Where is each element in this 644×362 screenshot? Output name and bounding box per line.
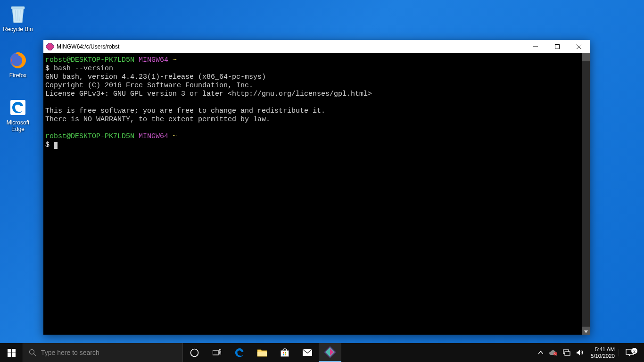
svg-rect-22	[285, 352, 286, 354]
tray-clock[interactable]: 5:41 AM 5/10/2020	[587, 346, 619, 360]
window-controls	[525, 40, 590, 53]
tray-overflow[interactable]	[536, 343, 546, 362]
svg-line-14	[34, 354, 36, 356]
terminal-output: robst@DESKTOP-PK7LD5N MINGW64 ~ $ bash -…	[43, 53, 590, 152]
tray-onedrive[interactable]	[546, 343, 560, 362]
desktop-icon-label: Firefox	[0, 73, 36, 79]
svg-rect-16	[213, 350, 218, 355]
cortana-button[interactable]	[183, 343, 206, 362]
desktop-icon-label: Microsoft Edge	[0, 120, 36, 133]
svg-rect-9	[8, 349, 11, 353]
mail-icon	[302, 349, 313, 356]
firefox-icon	[7, 49, 29, 72]
svg-point-13	[30, 350, 34, 354]
desktop-icon-label: Recycle Bin	[0, 26, 36, 33]
window-title: MINGW64:/c/Users/robst	[57, 43, 525, 50]
start-button[interactable]	[0, 343, 23, 362]
speaker-icon	[576, 349, 584, 356]
svg-rect-6	[555, 45, 560, 49]
close-button[interactable]	[568, 40, 590, 53]
folder-icon	[257, 348, 267, 357]
search-icon	[29, 349, 36, 356]
svg-rect-0	[11, 7, 25, 9]
search-placeholder: Type here to search	[41, 349, 99, 356]
task-view-icon	[213, 349, 221, 356]
svg-rect-12	[12, 353, 16, 357]
svg-rect-24	[285, 354, 286, 355]
scrollbar[interactable]	[582, 53, 590, 335]
system-tray: 5:41 AM 5/10/2020 2	[535, 343, 644, 362]
taskbar-git-bash[interactable]	[319, 343, 341, 362]
search-box[interactable]: Type here to search	[23, 343, 183, 362]
git-bash-icon	[324, 346, 336, 358]
network-icon	[563, 349, 570, 356]
edge-icon	[233, 346, 246, 359]
svg-rect-19	[257, 352, 267, 356]
recycle-bin-icon	[7, 3, 29, 25]
svg-rect-3	[46, 43, 54, 50]
taskbar-spacer	[341, 343, 535, 362]
taskbar-file-explorer[interactable]	[251, 343, 273, 362]
svg-rect-31	[565, 352, 570, 355]
terminal-body[interactable]: robst@DESKTOP-PK7LD5N MINGW64 ~ $ bash -…	[43, 53, 590, 335]
svg-rect-11	[8, 353, 11, 357]
terminal-window: MINGW64:/c/Users/robst robst@DESKTOP-PK7…	[43, 40, 590, 335]
desktop-icon-recycle-bin[interactable]: Recycle Bin	[0, 3, 36, 33]
action-center-button[interactable]: 2	[619, 349, 640, 356]
cortana-icon	[190, 348, 199, 357]
titlebar[interactable]: MINGW64:/c/Users/robst	[43, 40, 590, 53]
task-view-button[interactable]	[206, 343, 228, 362]
svg-rect-17	[219, 349, 221, 351]
svg-rect-21	[283, 352, 284, 354]
desktop-icon-edge[interactable]: Microsoft Edge	[0, 96, 36, 133]
tray-network[interactable]	[560, 343, 573, 362]
chevron-up-icon	[538, 351, 543, 354]
svg-rect-10	[12, 349, 16, 353]
svg-rect-23	[283, 354, 284, 355]
svg-point-15	[190, 349, 198, 356]
windows-icon	[8, 349, 16, 357]
taskbar: Type here to search	[0, 343, 644, 362]
store-icon	[280, 348, 289, 357]
svg-rect-18	[219, 352, 221, 354]
maximize-button[interactable]	[546, 40, 568, 53]
clock-time: 5:41 AM	[591, 346, 615, 353]
taskbar-edge[interactable]	[228, 343, 251, 362]
taskbar-mail[interactable]	[296, 343, 319, 362]
desktop-icon-firefox[interactable]: Firefox	[0, 49, 36, 79]
notification-badge: 2	[631, 348, 637, 354]
cloud-icon	[549, 350, 557, 355]
clock-date: 5/10/2020	[591, 353, 615, 359]
git-bash-icon	[46, 43, 54, 50]
edge-icon	[7, 96, 29, 119]
minimize-button[interactable]	[525, 40, 546, 53]
taskbar-store[interactable]	[273, 343, 296, 362]
tray-volume[interactable]	[573, 343, 587, 362]
terminal-cursor	[54, 142, 58, 149]
